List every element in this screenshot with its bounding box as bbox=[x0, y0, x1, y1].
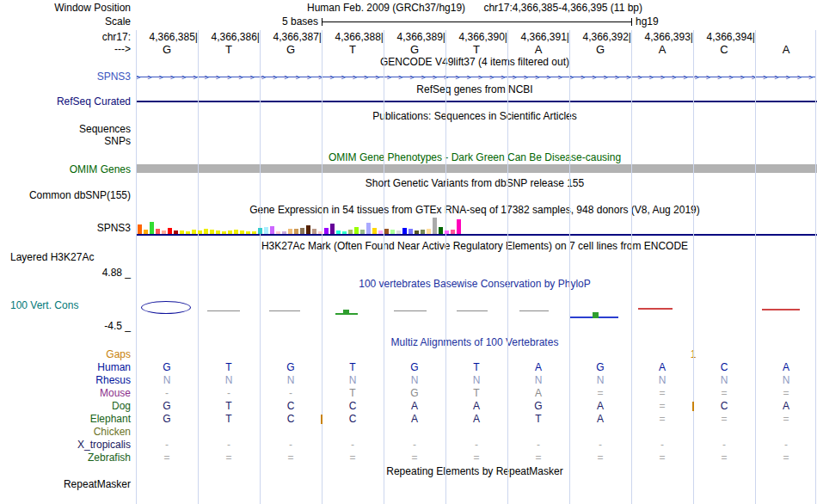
gtex-expression-bar[interactable] bbox=[294, 229, 298, 234]
gtex-expression-bar[interactable] bbox=[342, 231, 347, 234]
gtex-expression-bar[interactable] bbox=[348, 230, 353, 234]
species-label-zebrafish[interactable]: Zebrafish bbox=[0, 452, 131, 464]
gtex-header[interactable]: Gene Expression in 54 tissues from GTEx … bbox=[136, 204, 814, 216]
gtex-expression-bar[interactable] bbox=[144, 230, 148, 234]
omim-gene-bar[interactable] bbox=[136, 164, 817, 173]
alignment-cell: N bbox=[445, 374, 507, 386]
gtex-expression-bar[interactable] bbox=[366, 223, 371, 234]
gtex-expression-bar[interactable] bbox=[276, 231, 280, 234]
gtex-expression-bar[interactable] bbox=[330, 224, 335, 234]
gtex-expression-bar[interactable] bbox=[300, 228, 304, 234]
alignment-cell: N bbox=[755, 374, 817, 386]
gtex-expression-bar[interactable] bbox=[318, 231, 322, 234]
gtex-expression-bar[interactable] bbox=[270, 226, 274, 234]
gtex-expression-bar[interactable] bbox=[138, 224, 142, 234]
gtex-expression-bar[interactable] bbox=[162, 230, 166, 234]
phylop-header[interactable]: 100 vertebrates Basewise Conservation by… bbox=[136, 278, 814, 290]
snps-label[interactable]: SNPs bbox=[0, 135, 131, 147]
species-label-rhesus[interactable]: Rhesus bbox=[0, 374, 131, 386]
dbsnp-label[interactable]: Common dbSNP(155) bbox=[0, 189, 131, 201]
repeatmasker-header[interactable]: Repeating Elements by RepeatMasker bbox=[136, 465, 814, 477]
gtex-expression-bar[interactable] bbox=[421, 230, 425, 234]
gtex-expression-bar[interactable] bbox=[210, 230, 214, 234]
gtex-expression-bar[interactable] bbox=[372, 228, 377, 234]
gtex-expression-bar[interactable] bbox=[234, 230, 238, 234]
alignment-cell: T bbox=[198, 400, 260, 412]
refseq-curated-line[interactable] bbox=[136, 101, 817, 102]
species-label-human[interactable]: Human bbox=[0, 361, 131, 373]
gtex-expression-bar[interactable] bbox=[402, 228, 407, 234]
omim-genes-label[interactable]: OMIM Genes bbox=[0, 163, 131, 175]
gtex-expression-bar[interactable] bbox=[216, 230, 220, 234]
gtex-expression-bar[interactable] bbox=[457, 219, 461, 234]
gene-label-spns3[interactable]: SPNS3 bbox=[0, 71, 131, 83]
gtex-expression-bar[interactable] bbox=[150, 222, 154, 234]
gtex-expression-bar[interactable] bbox=[204, 229, 208, 234]
gtex-expression-bar[interactable] bbox=[408, 229, 413, 234]
cons-track-label[interactable]: 100 Vert. Cons bbox=[10, 299, 78, 311]
gtex-expression-bar[interactable] bbox=[252, 231, 256, 234]
gtex-expression-bar[interactable] bbox=[336, 230, 341, 234]
gtex-expression-bar[interactable] bbox=[396, 230, 401, 234]
repeatmasker-label[interactable]: RepeatMasker bbox=[0, 478, 131, 490]
gtex-expression-bar[interactable] bbox=[415, 230, 419, 234]
gene-line[interactable]: >>>>>>>>>>>>>>>>>>>>>>>>>>>>>>>>>>>>>>>>… bbox=[136, 72, 815, 83]
gaps-label[interactable]: Gaps bbox=[0, 348, 131, 360]
refseq-header[interactable]: RefSeq genes from NCBI bbox=[136, 83, 814, 95]
gtex-expression-bar[interactable] bbox=[384, 229, 389, 234]
alignment-cell: - bbox=[755, 439, 817, 451]
gtex-expression-bar[interactable] bbox=[192, 230, 196, 234]
h3k27ac-label[interactable]: Layered H3K27Ac bbox=[10, 251, 94, 263]
gtex-expression-bar[interactable] bbox=[240, 230, 244, 234]
species-label-elephant[interactable]: Elephant bbox=[0, 413, 131, 425]
omim-header[interactable]: OMIM Gene Phenotypes - Dark Green Can Be… bbox=[136, 151, 814, 163]
sequences-label[interactable]: Sequences bbox=[0, 123, 131, 135]
gtex-expression-bar[interactable] bbox=[360, 230, 365, 234]
grid-line bbox=[569, 30, 570, 504]
species-label-dog[interactable]: Dog bbox=[0, 400, 131, 412]
gtex-expression-bar[interactable] bbox=[378, 230, 383, 234]
gtex-expression-bar[interactable] bbox=[445, 230, 449, 234]
gtex-expression-bar[interactable] bbox=[390, 230, 395, 234]
gtex-expression-bar[interactable] bbox=[312, 229, 316, 234]
alignment-cell: N bbox=[569, 374, 631, 386]
gtex-expression-bar[interactable] bbox=[174, 230, 178, 234]
gtex-expression-bar[interactable] bbox=[451, 230, 455, 234]
gtex-expression-bar[interactable] bbox=[264, 227, 268, 234]
gtex-expression-bar[interactable] bbox=[180, 230, 184, 234]
dbsnp-header[interactable]: Short Genetic Variants from dbSNP releas… bbox=[136, 177, 814, 189]
gtex-expression-bar[interactable] bbox=[433, 218, 437, 234]
grid-line bbox=[198, 30, 199, 504]
species-label-x_tropicalis[interactable]: X_tropicalis bbox=[0, 439, 131, 451]
gencode-header[interactable]: GENCODE V49lift37 (4 items filtered out) bbox=[136, 56, 814, 68]
gtex-expression-bar[interactable] bbox=[324, 228, 329, 234]
species-label-chicken[interactable]: Chicken bbox=[0, 426, 131, 438]
gtex-expression-bar[interactable] bbox=[198, 230, 202, 234]
gtex-expression-bar[interactable] bbox=[258, 228, 262, 234]
gtex-expression-bar[interactable] bbox=[282, 231, 286, 234]
publications-header[interactable]: Publications: Sequences in Scientific Ar… bbox=[136, 110, 814, 122]
alignment-cell: A bbox=[569, 413, 631, 425]
gtex-expression-bar[interactable] bbox=[306, 225, 310, 234]
gtex-gene-label[interactable]: SPNS3 bbox=[0, 222, 131, 234]
gtex-expression-bar[interactable] bbox=[288, 229, 292, 234]
gtex-expression-bar[interactable] bbox=[222, 231, 226, 234]
alignment-cell: - bbox=[384, 439, 445, 451]
conservation-mark bbox=[394, 310, 427, 311]
multiz-header[interactable]: Multiz Alignments of 100 Vertebrates bbox=[136, 336, 814, 348]
gtex-expression-bar[interactable] bbox=[168, 228, 172, 234]
base-letter: G bbox=[136, 43, 198, 56]
gtex-expression-bar[interactable] bbox=[354, 227, 359, 234]
base-letter: A bbox=[507, 43, 569, 56]
refseq-curated-label[interactable]: RefSeq Curated bbox=[0, 95, 131, 108]
species-label-mouse[interactable]: Mouse bbox=[0, 387, 131, 399]
scale-label: Scale bbox=[0, 15, 131, 28]
gtex-expression-bar[interactable] bbox=[156, 229, 160, 234]
gtex-expression-bar[interactable] bbox=[439, 227, 443, 234]
gtex-expression-bar[interactable] bbox=[427, 229, 431, 234]
alignment-cell: = bbox=[507, 452, 569, 464]
gtex-expression-bar[interactable] bbox=[246, 231, 250, 234]
gtex-expression-bar[interactable] bbox=[228, 230, 232, 234]
h3k27ac-header[interactable]: H3K27Ac Mark (Often Found Near Active Re… bbox=[136, 240, 814, 252]
gtex-expression-bar[interactable] bbox=[186, 231, 190, 234]
